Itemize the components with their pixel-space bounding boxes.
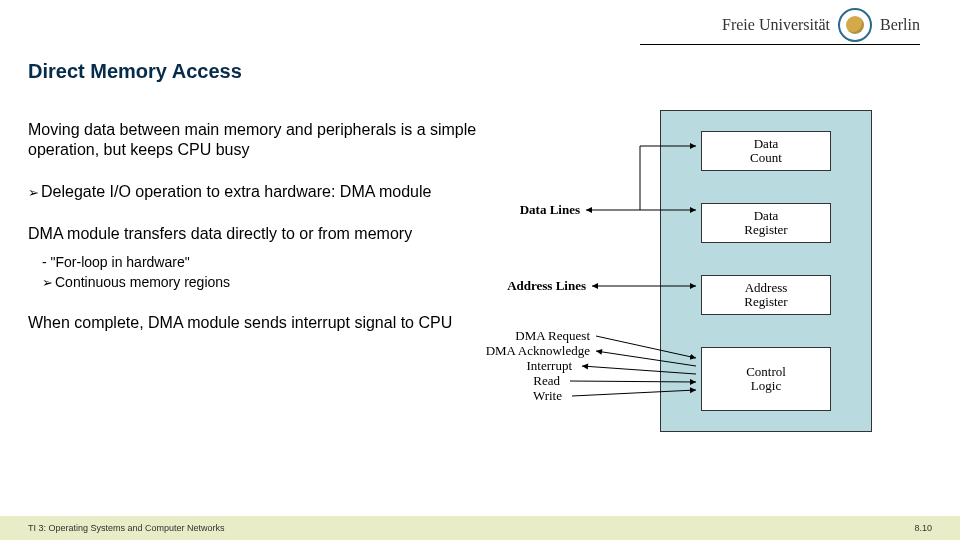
svg-line-8 — [572, 390, 696, 396]
paragraph-2: Delegate I/O operation to extra hardware… — [28, 182, 478, 202]
university-name-suffix: Berlin — [880, 16, 920, 34]
svg-line-4 — [596, 336, 696, 358]
svg-line-7 — [570, 381, 696, 382]
paragraph-3: DMA module transfers data directly to or… — [28, 224, 478, 244]
slide-body: Moving data between main memory and peri… — [28, 120, 478, 355]
paragraph-1: Moving data between main memory and peri… — [28, 120, 478, 160]
sub-item-1: - "For-loop in hardware" — [42, 254, 478, 272]
svg-line-6 — [582, 366, 696, 374]
footer-left: TI 3: Operating Systems and Computer Net… — [28, 523, 225, 533]
slide-footer: TI 3: Operating Systems and Computer Net… — [0, 516, 960, 540]
header-logo: Freie Universität Berlin — [722, 8, 920, 42]
slide: Freie Universität Berlin Direct Memory A… — [0, 0, 960, 540]
paragraph-4: When complete, DMA module sends interrup… — [28, 313, 478, 333]
university-seal-icon — [838, 8, 872, 42]
svg-line-5 — [596, 351, 696, 366]
dma-diagram: DataCount DataRegister AddressRegister C… — [470, 100, 920, 440]
footer-right: 8.10 — [914, 523, 932, 533]
seal-inner-icon — [846, 16, 864, 34]
slide-title: Direct Memory Access — [28, 60, 242, 83]
header-divider — [640, 44, 920, 45]
sub-list: - "For-loop in hardware" Continuous memo… — [42, 254, 478, 291]
sub-item-2: Continuous memory regions — [42, 274, 478, 292]
diagram-connectors — [470, 100, 920, 440]
university-name-prefix: Freie Universität — [722, 16, 830, 34]
